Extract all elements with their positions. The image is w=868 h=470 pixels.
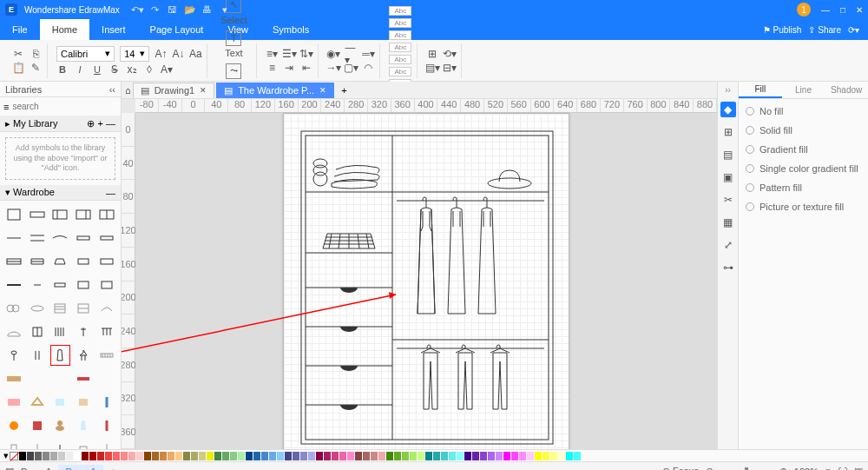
menu-pagelayout[interactable]: Page Layout [138, 19, 216, 40]
color-swatch[interactable] [464, 452, 471, 460]
color-swatch[interactable] [347, 452, 354, 460]
color-swatch[interactable] [441, 452, 448, 460]
color-swatch[interactable] [472, 452, 479, 460]
user-badge[interactable]: 1 [797, 3, 811, 17]
wardrobe-section[interactable]: ▾ Wardrobe— [0, 185, 121, 201]
symbol[interactable] [73, 439, 94, 449]
symbol[interactable] [3, 204, 24, 225]
arrange-icon[interactable]: ▤▾ [426, 62, 438, 74]
symbol[interactable] [3, 251, 24, 272]
symbol[interactable] [50, 228, 71, 248]
fontsize-select[interactable]: 14▾ [120, 46, 149, 62]
color-swatch[interactable] [97, 452, 104, 460]
color-swatch[interactable] [191, 452, 198, 460]
grow-font-icon[interactable]: A↑ [155, 48, 167, 60]
symbol[interactable] [50, 439, 71, 449]
fill-icon[interactable]: ◉▾ [327, 48, 339, 60]
canvas[interactable] [135, 113, 717, 449]
fullscreen-icon[interactable]: ▣ [854, 466, 863, 470]
color-swatch[interactable] [496, 452, 503, 460]
open-icon[interactable]: 📂 [184, 3, 196, 16]
close-icon[interactable]: ✕ [856, 5, 863, 15]
tab-fill[interactable]: Fill [739, 82, 782, 98]
style-preset[interactable]: Abc [389, 43, 411, 52]
symbol[interactable] [3, 415, 24, 436]
menu-symbols[interactable]: Symbols [260, 19, 321, 40]
symbol[interactable] [27, 321, 48, 342]
color-swatch[interactable] [511, 452, 518, 460]
menu-home[interactable]: Home [40, 19, 89, 40]
color-swatch[interactable] [50, 452, 57, 460]
paste-icon[interactable]: 📋 [12, 62, 24, 74]
color-swatch[interactable] [214, 452, 221, 460]
format-painter-icon[interactable]: ✎ [30, 62, 42, 74]
symbol[interactable] [73, 392, 94, 413]
color-swatch[interactable] [269, 452, 276, 460]
style-preset[interactable]: Abc [389, 67, 411, 76]
symbol[interactable] [96, 392, 117, 413]
library-search[interactable]: ≡ 🔍 ▢ [0, 97, 121, 116]
share-button[interactable]: ⇪ Share [808, 25, 841, 35]
help-icon[interactable]: ⟳▾ [848, 25, 859, 35]
symbol[interactable] [96, 415, 117, 436]
color-swatch[interactable] [308, 452, 315, 460]
italic-icon[interactable]: I [74, 63, 86, 76]
drawing-page[interactable] [283, 113, 569, 449]
color-swatch[interactable] [35, 452, 42, 460]
text-tool[interactable]: TText [216, 30, 251, 58]
ruler-icon[interactable]: ▦ [720, 215, 736, 230]
symbol[interactable] [27, 228, 48, 248]
focus-button[interactable]: ⊙ Focus [662, 466, 699, 470]
symbol[interactable] [73, 321, 94, 342]
color-swatch[interactable] [261, 452, 268, 460]
zoom-dropdown-icon[interactable]: ▾ [825, 466, 831, 470]
linestyle-icon[interactable]: ═▾ [362, 48, 374, 60]
symbol[interactable] [3, 392, 24, 413]
symbol[interactable] [50, 321, 71, 342]
strike-icon[interactable]: S̶ [108, 63, 121, 76]
symbol[interactable] [3, 439, 24, 449]
mylibrary-section[interactable]: ▸ My Library⊕ + — [0, 116, 121, 132]
color-swatch[interactable] [246, 452, 253, 460]
symbol[interactable] [73, 298, 94, 319]
color-swatch[interactable] [293, 452, 299, 460]
add-tab-icon[interactable]: + [336, 85, 352, 96]
color-swatch[interactable] [230, 452, 237, 460]
color-swatch[interactable] [207, 452, 214, 460]
style-preset[interactable]: Abc [389, 30, 411, 40]
color-swatch[interactable] [355, 452, 362, 460]
symbol[interactable] [27, 392, 48, 413]
color-swatch[interactable] [488, 452, 495, 460]
tab-line[interactable]: Line [782, 82, 825, 98]
color-swatch[interactable] [277, 452, 284, 460]
color-swatch[interactable] [394, 452, 401, 460]
indent-icon[interactable]: ⇥ [283, 62, 295, 74]
color-swatch[interactable] [332, 452, 339, 460]
symbol[interactable] [27, 251, 48, 272]
color-swatch[interactable] [457, 452, 464, 460]
symbol[interactable] [3, 345, 24, 366]
opt-solid[interactable]: Solid fill [746, 125, 861, 136]
symbol[interactable] [73, 251, 94, 272]
symbol[interactable] [3, 321, 24, 342]
case-icon[interactable]: Aa [189, 48, 201, 60]
symbol[interactable] [73, 368, 94, 389]
color-swatch[interactable] [386, 452, 393, 460]
symbol-robe[interactable] [50, 345, 71, 366]
color-swatch[interactable] [503, 452, 510, 460]
color-swatch[interactable] [58, 452, 65, 460]
bold-icon[interactable]: B [56, 63, 69, 76]
align-obj-icon[interactable]: ⊟▾ [444, 62, 456, 74]
shrink-font-icon[interactable]: A↓ [172, 48, 184, 60]
tab-home-icon[interactable]: ⌂ [125, 85, 131, 96]
highlight-icon[interactable]: ◊ [143, 63, 155, 76]
list-icon[interactable]: ☰▾ [283, 48, 295, 60]
symbol[interactable] [73, 204, 94, 225]
collapse-icon[interactable]: ›› [725, 85, 731, 95]
symbol[interactable] [50, 368, 71, 389]
spacing-icon[interactable]: ⇅▾ [300, 48, 312, 60]
image-icon[interactable]: ▣ [720, 169, 736, 185]
clip-icon[interactable]: ✂ [720, 192, 736, 208]
zoom-out-icon[interactable]: ⊖ [706, 466, 713, 470]
color-swatch[interactable] [535, 452, 542, 460]
